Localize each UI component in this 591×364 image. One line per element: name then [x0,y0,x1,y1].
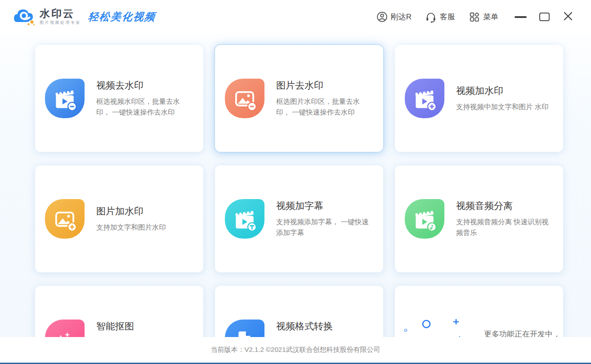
title-bar: 水印云 图片视频处理专家 轻松美化视频 刚达R [0,0,591,34]
app-window: 水印云 图片视频处理专家 轻松美化视频 刚达R [0,0,591,364]
card-subtitle: 框选图片水印区，批量去水 印， 一键快速操作去水印 [276,96,383,118]
logo-subtitle: 图片视频处理专家 [40,20,81,26]
card-subtitle: 框选视频水印区，批量去水 印， 一键快速操作去水印 [96,96,203,118]
card-subtitle: 支持视频添加字幕， 一键快速 添加字幕 [276,217,383,238]
card-title: 视频加字幕 [276,200,383,212]
feature-grid: 视频去水印 框选视频水印区，批量去水 印， 一键快速操作去水印 图片去 [35,45,552,337]
logo-title: 水印云 [40,8,81,19]
user-name: 刚达R [391,12,412,22]
close-icon [562,10,574,24]
video-audio-split-icon [405,199,444,239]
card-video-add-watermark[interactable]: 视频加水印 支持视频中加文字和图片 水印 [395,45,563,152]
video-add-subtitle-icon [225,199,264,239]
minimize-icon [515,16,527,18]
card-image-remove-watermark[interactable]: 图片去水印 框选图片水印区，批量去水 印， 一键快速操作去水印 [215,45,383,152]
card-coming-soon[interactable]: 更多功能正在开发中，敬请期待 [395,286,563,337]
card-title: 视频音频分离 [456,200,563,212]
customer-service-button[interactable]: 客服 [425,11,455,23]
card-title: 图片加水印 [96,205,203,218]
card-subtitle: 支持加文字和图片水印 [96,222,203,233]
close-button[interactable] [562,10,574,24]
user-icon [376,11,388,22]
card-title: 视频去水印 [96,79,203,92]
card-title: 视频加水印 [456,84,563,97]
logo-tagline: 轻松美化视频 [87,10,156,24]
card-smart-cutout[interactable]: 智能抠图 [35,286,203,337]
card-video-format-convert[interactable]: 视频格式转换 [215,286,383,337]
image-add-watermark-icon [45,199,85,239]
image-remove-watermark-icon [225,79,264,118]
card-image-add-watermark[interactable]: 图片加水印 支持加文字和图片水印 [35,165,203,272]
video-format-convert-icon [225,320,264,337]
main-content: 视频去水印 框选视频水印区，批量去水 印， 一键快速操作去水印 图片去 [0,34,591,337]
video-remove-watermark-icon [45,79,85,118]
video-add-watermark-icon [405,79,444,118]
menu-button[interactable]: 菜单 [469,11,498,22]
card-title: 视频格式转换 [276,320,383,333]
grid-menu-icon [469,11,480,22]
smart-cutout-icon [45,320,85,337]
cloud-logo-icon [13,6,36,28]
coming-soon-illustration [401,316,479,337]
card-subtitle: 支持视频中加文字和图片 水印 [456,102,563,112]
card-video-add-subtitle[interactable]: 视频加字幕 支持视频添加字幕， 一键快速 添加字幕 [215,165,383,272]
footer-bar: 当前版本：V2.1.2 ©2021武汉联合创想科技股份有限公司 [0,337,591,364]
version-text: 当前版本：V2.1.2 ©2021武汉联合创想科技股份有限公司 [211,346,381,354]
maximize-icon [539,13,550,21]
minimize-button[interactable] [515,10,527,24]
coming-soon-text: 更多功能正在开发中，敬请期待 [484,329,563,337]
headset-icon [425,11,437,23]
user-account-button[interactable]: 刚达R [376,11,412,22]
card-title: 智能抠图 [96,320,203,333]
app-logo: 水印云 图片视频处理专家 轻松美化视频 [13,6,156,28]
card-subtitle: 支持视频音频分离 快速识别视 频音乐 [456,217,563,238]
card-title: 图片去水印 [276,79,383,92]
maximize-button[interactable] [539,10,550,24]
customer-service-label: 客服 [440,12,455,22]
menu-label: 菜单 [483,12,498,22]
card-video-audio-split[interactable]: 视频音频分离 支持视频音频分离 快速识别视 频音乐 [395,165,563,272]
card-video-remove-watermark[interactable]: 视频去水印 框选视频水印区，批量去水 印， 一键快速操作去水印 [35,45,203,152]
